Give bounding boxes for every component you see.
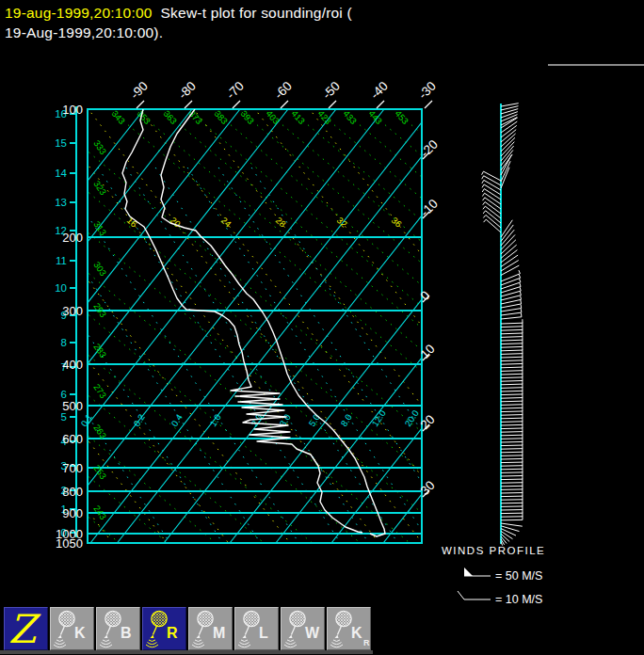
svg-text:20.0: 20.0 xyxy=(402,408,420,429)
toolbar-button-sounding-k[interactable]: K xyxy=(50,607,94,650)
skew-t-plot: 1615141312111098765432101002003004005006… xyxy=(0,0,644,604)
svg-text:393: 393 xyxy=(239,108,257,126)
toolbar-button-sounding-kr[interactable]: K R xyxy=(327,607,371,650)
radiosonde-balloon-icon: L xyxy=(235,609,278,649)
svg-text:-60: -60 xyxy=(272,79,295,102)
toolbar-button-sounding-b[interactable]: B xyxy=(96,607,140,650)
radiosonde-balloon-icon: R xyxy=(143,609,185,649)
svg-text:24: 24 xyxy=(219,215,233,229)
svg-text:-40: -40 xyxy=(368,79,391,102)
sounding-traces xyxy=(122,109,385,536)
svg-text:W: W xyxy=(305,625,320,641)
svg-text:-90: -90 xyxy=(128,79,151,102)
svg-text:403: 403 xyxy=(265,108,282,126)
radiosonde-balloon-icon: B xyxy=(97,609,139,649)
toolbar-button-sounding-r[interactable]: R xyxy=(142,607,186,650)
svg-text:353: 353 xyxy=(136,108,153,126)
toolbar-button-sounding-m[interactable]: M xyxy=(188,607,233,650)
svg-text:= 50 M/S: = 50 M/S xyxy=(495,569,542,583)
svg-text:0.1: 0.1 xyxy=(78,412,93,428)
svg-text:253: 253 xyxy=(91,463,108,481)
svg-text:700: 700 xyxy=(62,461,83,475)
radiosonde-balloon-icon: K xyxy=(51,609,93,649)
svg-text:Z: Z xyxy=(8,609,41,649)
svg-text:-50: -50 xyxy=(320,79,343,102)
svg-text:-80: -80 xyxy=(176,79,199,102)
radiosonde-balloon-icon: M xyxy=(189,609,232,649)
svg-text:400: 400 xyxy=(62,358,83,372)
svg-text:1050: 1050 xyxy=(56,536,83,551)
right-temp-labels: -20-100102030 xyxy=(418,137,441,498)
radiosonde-balloon-icon: W xyxy=(282,609,324,649)
svg-text:303: 303 xyxy=(91,260,108,278)
svg-text:100: 100 xyxy=(62,103,83,117)
svg-text:R: R xyxy=(167,625,178,641)
svg-text:300: 300 xyxy=(62,304,83,318)
svg-text:12.0: 12.0 xyxy=(369,408,387,429)
svg-text:313: 313 xyxy=(91,219,108,237)
svg-text:-70: -70 xyxy=(224,79,247,102)
svg-text:443: 443 xyxy=(367,108,385,126)
svg-text:B: B xyxy=(121,625,132,641)
svg-text:363: 363 xyxy=(162,108,180,126)
svg-text:R: R xyxy=(363,638,370,647)
svg-text:M: M xyxy=(213,625,225,641)
toolbar-button-sounding-l[interactable]: L xyxy=(234,607,279,650)
svg-text:L: L xyxy=(259,625,268,641)
svg-text:433: 433 xyxy=(342,108,360,126)
svg-text:= 10 M/S: = 10 M/S xyxy=(495,593,542,604)
toolbar-button-zeb-logo[interactable]: Z xyxy=(4,607,48,650)
zeb-logo-icon: Z xyxy=(5,609,47,649)
svg-text:0: 0 xyxy=(418,288,433,303)
winds-profile-title: WINDS PROFILE xyxy=(442,545,545,556)
svg-text:10: 10 xyxy=(55,282,67,294)
svg-text:200: 200 xyxy=(62,231,83,245)
svg-text:900: 900 xyxy=(62,506,83,520)
toolbar-button-sounding-w[interactable]: W xyxy=(281,607,325,650)
svg-text:600: 600 xyxy=(62,432,83,446)
svg-text:11: 11 xyxy=(56,255,67,266)
svg-text:36: 36 xyxy=(390,215,404,229)
svg-text:8.0: 8.0 xyxy=(338,412,353,428)
svg-text:333: 333 xyxy=(91,138,108,156)
svg-text:15: 15 xyxy=(55,137,67,149)
svg-text:0.2: 0.2 xyxy=(131,412,146,428)
svg-text:423: 423 xyxy=(316,108,334,126)
svg-text:800: 800 xyxy=(62,485,83,499)
in-plot-line-labels: 3433533633733833934034134234334434533333… xyxy=(78,108,420,521)
svg-text:14: 14 xyxy=(55,168,67,179)
svg-text:-30: -30 xyxy=(416,79,439,102)
svg-text:K: K xyxy=(351,625,362,641)
svg-text:383: 383 xyxy=(213,108,231,126)
svg-text:5: 5 xyxy=(61,411,67,423)
svg-text:8: 8 xyxy=(61,337,67,348)
svg-text:K: K xyxy=(74,625,86,641)
app-window: 19-aug-1999,20:10:00 Skew-t plot for sou… xyxy=(0,0,644,655)
svg-text:413: 413 xyxy=(290,108,308,126)
toolbar-shadow xyxy=(0,650,373,654)
sounding-toolbar: Z K B R M L xyxy=(4,607,371,650)
svg-text:273: 273 xyxy=(91,382,108,400)
winds-legend: = 50 M/S= 10 M/S= 5 M/S xyxy=(458,567,542,604)
svg-text:13: 13 xyxy=(55,197,67,208)
svg-text:263: 263 xyxy=(91,423,108,440)
svg-text:343: 343 xyxy=(110,108,128,126)
svg-text:323: 323 xyxy=(91,179,108,197)
winds-profile: WINDS PROFILE xyxy=(442,104,545,556)
svg-text:283: 283 xyxy=(91,342,108,359)
radiosonde-balloon-icon: K R xyxy=(328,609,370,649)
svg-text:453: 453 xyxy=(394,108,411,126)
top-temp-labels: -90-80-70-60-50-40-30 xyxy=(128,79,439,108)
svg-text:20: 20 xyxy=(169,215,183,229)
svg-text:5.0: 5.0 xyxy=(306,412,321,428)
svg-text:500: 500 xyxy=(62,399,83,413)
svg-text:293: 293 xyxy=(91,301,108,319)
